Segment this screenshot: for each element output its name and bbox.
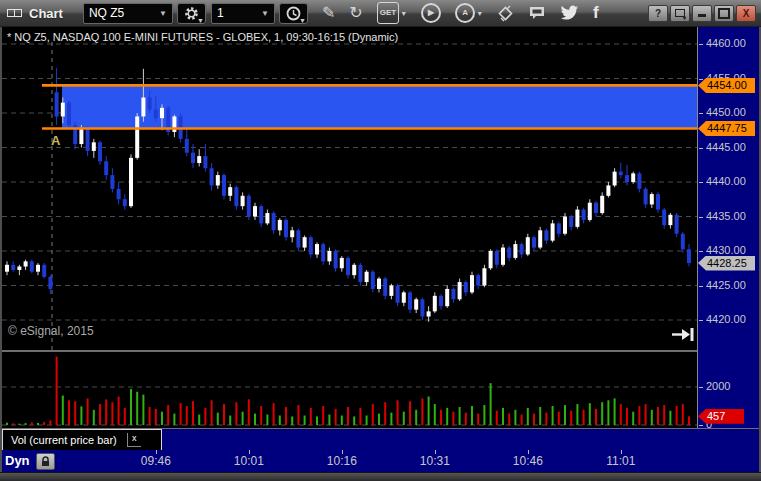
time-interval-button[interactable]: ▼	[279, 3, 308, 24]
price-chart-canvas[interactable]	[2, 27, 697, 350]
volume-bar	[657, 407, 659, 425]
send-icon	[497, 5, 514, 22]
candle	[408, 292, 412, 309]
candle	[48, 277, 52, 289]
minimize-button[interactable]	[692, 5, 712, 22]
maximize-button[interactable]	[714, 5, 734, 22]
draw-pencil-button[interactable]: ✎	[322, 5, 335, 21]
candle	[476, 275, 480, 285]
volume-chart-canvas[interactable]	[2, 352, 697, 428]
candle	[383, 279, 387, 296]
jump-to-latest-button[interactable]	[670, 326, 695, 343]
help-button[interactable]: ?	[648, 5, 668, 22]
lock-button[interactable]	[36, 453, 55, 470]
candle	[625, 175, 629, 182]
volume-bar	[645, 404, 647, 425]
candle	[210, 168, 214, 185]
candle	[569, 217, 573, 227]
price-axis-tick	[699, 113, 703, 114]
candle	[30, 261, 34, 271]
price-axis-label: 4450.00	[706, 106, 746, 118]
price-axis-label: 4430.00	[706, 244, 746, 256]
candle	[352, 265, 356, 275]
volume-bar	[428, 397, 430, 426]
window-resize-edge[interactable]	[0, 472, 761, 481]
volume-bar	[502, 408, 504, 425]
price-axis-tick	[699, 148, 703, 149]
window-left-border	[0, 27, 2, 472]
dynamic-mode-label[interactable]: Dyn	[5, 453, 30, 468]
time-axis-label: 10:31	[420, 454, 450, 468]
symbol-value: NQ Z5	[89, 6, 124, 20]
twitter-button[interactable]	[560, 5, 579, 21]
volume-bar	[583, 410, 585, 425]
window-titlebar[interactable]: Chart NQ Z5 ▼ ▼ 1 ▼ ▼ ✎ ↻ GET ▼	[0, 0, 761, 27]
volume-study-tab-label: Vol (current price bar)	[11, 434, 117, 446]
volume-study-tab[interactable]: Vol (current price bar) x	[2, 429, 162, 450]
candle	[371, 272, 375, 289]
volume-bar	[31, 422, 33, 425]
volume-bar	[477, 414, 479, 425]
volume-bar	[316, 416, 318, 425]
candle	[110, 175, 114, 189]
price-pane[interactable]: * NQ Z5, NASDAQ 100 E-MINI FUTURES - GLO…	[2, 27, 697, 350]
volume-bar	[235, 402, 237, 425]
candle	[160, 108, 164, 118]
price-axis-label: 4445.00	[706, 141, 746, 153]
price-axis-tick	[699, 286, 703, 287]
close-button[interactable]: X	[736, 5, 756, 22]
candle	[544, 230, 548, 240]
window-layout-icon[interactable]	[7, 7, 22, 19]
candle	[482, 268, 486, 285]
symbol-input[interactable]: NQ Z5 ▼	[83, 3, 173, 24]
candle	[650, 194, 654, 204]
volume-bar	[18, 424, 20, 425]
volume-bar	[248, 399, 250, 425]
volume-bar	[452, 412, 454, 425]
volume-bar	[651, 410, 653, 425]
symbol-settings-button[interactable]: ▼	[177, 3, 206, 24]
volume-bar	[273, 403, 275, 425]
volume-axis-label: 2000	[706, 380, 730, 392]
interval-input[interactable]: 1 ▼	[211, 3, 275, 24]
volume-bar	[118, 397, 120, 426]
interval-value: 1	[217, 6, 224, 20]
send-button[interactable]	[497, 5, 514, 22]
price-axis-label: 4440.00	[706, 175, 746, 187]
candle	[470, 275, 474, 292]
candle	[117, 189, 121, 199]
price-axis-tick	[699, 79, 703, 80]
volume-axis-tick	[699, 387, 703, 388]
dock-button[interactable]	[670, 5, 690, 22]
volume-bar	[161, 412, 163, 425]
candle	[557, 223, 561, 233]
annotation-a-label[interactable]: A	[51, 133, 60, 148]
refresh-button[interactable]: ↻	[349, 5, 362, 21]
price-axis-tick	[699, 320, 703, 321]
price-axis-label: 4425.00	[706, 279, 746, 291]
candle	[234, 187, 238, 206]
price-axis[interactable]: 4460.004455.004450.004445.004440.004435.…	[697, 27, 759, 450]
get-data-button[interactable]: GET ▼	[377, 2, 407, 24]
playback-button[interactable]: ▶	[421, 3, 441, 23]
volume-bar	[508, 414, 510, 425]
time-axis[interactable]: Dyn 09:4610:0110:1610:3110:4611:01	[2, 450, 759, 472]
volume-bar	[254, 414, 256, 425]
time-axis-label: 10:01	[234, 454, 264, 468]
candle	[17, 267, 21, 270]
candle	[55, 92, 59, 116]
candle	[5, 265, 9, 272]
volume-bar	[68, 400, 70, 425]
supply-zone-rectangle	[62, 85, 697, 128]
twitter-icon	[560, 5, 579, 21]
volume-bar	[74, 401, 76, 425]
volume-bar	[663, 405, 665, 425]
volume-pane[interactable]	[2, 352, 697, 428]
facebook-button[interactable]: f	[593, 5, 599, 21]
volume-bar	[149, 407, 151, 425]
auto-list-button[interactable]: A ▼	[455, 3, 483, 23]
close-study-icon[interactable]: x	[127, 433, 141, 447]
volume-bar	[335, 409, 337, 425]
candle	[365, 272, 369, 282]
comment-button[interactable]	[528, 5, 546, 21]
